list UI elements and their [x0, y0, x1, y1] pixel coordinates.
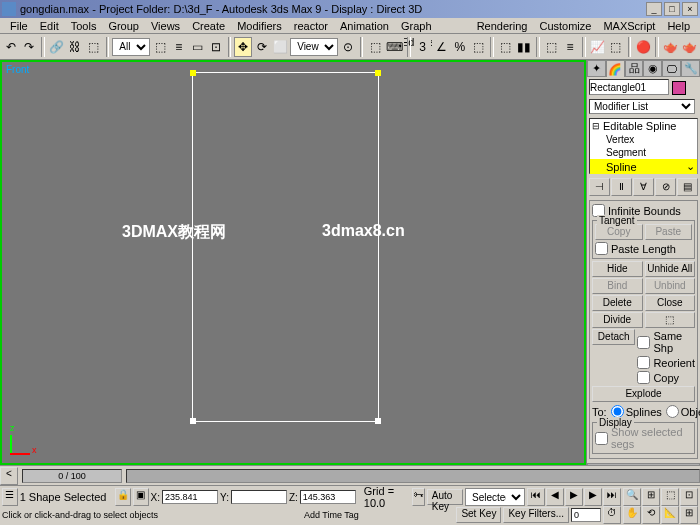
stack-sub-vertex[interactable]: Vertex [590, 133, 697, 146]
y-coord-input[interactable] [231, 490, 287, 504]
menu-edit[interactable]: Edit [34, 18, 65, 33]
select-by-name-button[interactable]: ≡ [170, 37, 188, 57]
menu-tools[interactable]: Tools [65, 18, 103, 33]
angle-snap-button[interactable]: ∠ [432, 37, 450, 57]
create-tab[interactable]: ✦ [587, 60, 606, 77]
select-region-button[interactable]: ▭ [189, 37, 207, 57]
menu-group[interactable]: Group [102, 18, 145, 33]
close-button[interactable]: × [682, 2, 698, 16]
bind-button[interactable]: Bind [592, 278, 643, 294]
unbind-button[interactable]: Unbind [645, 278, 696, 294]
add-time-tag[interactable]: Add Time Tag [304, 510, 359, 520]
auto-key-button[interactable]: Auto Key [427, 489, 463, 505]
move-button[interactable]: ✥ [234, 37, 252, 57]
modify-tab[interactable]: 🌈 [606, 60, 625, 77]
show-end-result-button[interactable]: Ⅱ [611, 178, 632, 196]
curve-editor-button[interactable]: 📈 [589, 37, 607, 57]
material-editor-button[interactable]: 🔴 [634, 37, 652, 57]
field-of-view-button[interactable]: 📐 [661, 506, 679, 524]
display-tab[interactable]: 🖵 [662, 60, 681, 77]
schematic-view-button[interactable]: ⬚ [607, 37, 625, 57]
spinner-snap-button[interactable]: ⬚ [470, 37, 488, 57]
select-button[interactable]: ⬚ [151, 37, 169, 57]
x-coord-input[interactable] [162, 490, 218, 504]
zoom-extents-button[interactable]: ⬚ [661, 488, 679, 506]
modifier-stack[interactable]: ⊟Editable Spline Vertex Segment Spline⌄ [589, 118, 698, 174]
remove-modifier-button[interactable]: ⊘ [655, 178, 676, 196]
scale-button[interactable]: ⬜ [272, 37, 290, 57]
vertex-handle[interactable] [190, 70, 196, 76]
detach-button[interactable]: Detach [592, 329, 635, 345]
stack-item-editable-spline[interactable]: ⊟Editable Spline [590, 119, 697, 133]
percent-snap-button[interactable]: % [451, 37, 469, 57]
keyboard-shortcut-button[interactable]: ⌨ [385, 37, 404, 57]
copy-tangent-button[interactable]: Copy [595, 224, 643, 240]
undo-button[interactable]: ↶ [2, 37, 20, 57]
utilities-tab[interactable]: 🔧 [681, 60, 700, 77]
hierarchy-tab[interactable]: 品 [625, 60, 644, 77]
divide-spinner[interactable]: ⬚ [645, 312, 696, 328]
track-bar[interactable] [126, 469, 700, 483]
menu-file[interactable]: File [4, 18, 34, 33]
rectangle-shape[interactable] [192, 72, 379, 422]
close-spline-button[interactable]: Close [645, 295, 696, 311]
menu-maxscript[interactable]: MAXScript [597, 18, 661, 33]
copy-checkbox[interactable] [637, 371, 650, 384]
stack-sub-segment[interactable]: Segment [590, 146, 697, 159]
menu-customize[interactable]: Customize [533, 18, 597, 33]
maximize-button[interactable]: □ [664, 2, 680, 16]
minimize-button[interactable]: _ [646, 2, 662, 16]
time-config-button[interactable]: ⏱ [603, 506, 621, 524]
menu-views[interactable]: Views [145, 18, 186, 33]
explode-button[interactable]: Explode [592, 386, 695, 402]
vertex-handle[interactable] [375, 418, 381, 424]
quick-render-button[interactable]: 🫖 [680, 37, 698, 57]
viewport-front[interactable]: Front 3DMAX教程网 3dmax8.cn z x [0, 60, 586, 465]
object-name-input[interactable] [589, 79, 669, 95]
time-slider[interactable]: 0 / 100 [22, 469, 122, 483]
make-unique-button[interactable]: ∀ [633, 178, 654, 196]
window-crossing-button[interactable]: ⊡ [207, 37, 225, 57]
z-coord-input[interactable] [300, 490, 356, 504]
menu-reactor[interactable]: reactor [288, 18, 334, 33]
delete-button[interactable]: Delete [592, 295, 643, 311]
stack-sub-spline[interactable]: Spline⌄ [590, 159, 697, 174]
next-frame-button[interactable]: ▶ [584, 488, 602, 506]
set-key-large-button[interactable]: 🗝 [412, 488, 424, 506]
configure-sets-button[interactable]: ▤ [677, 178, 698, 196]
layers-button[interactable]: ≡ [561, 37, 579, 57]
goto-end-button[interactable]: ⏭ [603, 488, 621, 506]
track-bar-toggle[interactable]: < [0, 467, 18, 485]
lock-selection-button[interactable]: 🔒 [115, 488, 131, 506]
pan-button[interactable]: ✋ [623, 506, 641, 524]
render-scene-button[interactable]: 🫖 [662, 37, 680, 57]
rotate-button[interactable]: ⟳ [253, 37, 271, 57]
same-shape-checkbox[interactable] [637, 336, 650, 349]
menu-rendering[interactable]: Rendering [471, 18, 534, 33]
key-filters-button[interactable]: Key Filters... [503, 507, 569, 523]
arc-rotate-button[interactable]: ⟲ [642, 506, 660, 524]
goto-start-button[interactable]: ⏮ [527, 488, 545, 506]
key-mode-dropdown[interactable]: Selected [465, 488, 525, 506]
pivot-button[interactable]: ⊙ [339, 37, 357, 57]
surface-properties-rollout[interactable]: Surface Properties [587, 463, 700, 465]
unhide-all-button[interactable]: Unhide All [645, 261, 696, 277]
reorient-checkbox[interactable] [637, 356, 650, 369]
menu-create[interactable]: Create [186, 18, 231, 33]
object-color-swatch[interactable] [672, 81, 686, 95]
menu-graph-editors[interactable]: Graph Editors [395, 18, 471, 33]
redo-button[interactable]: ↷ [21, 37, 39, 57]
zoom-button[interactable]: 🔍 [623, 488, 641, 506]
manipulate-button[interactable]: ⬚ [366, 37, 384, 57]
vertex-handle[interactable] [375, 70, 381, 76]
align-button[interactable]: ⬚ [543, 37, 561, 57]
motion-tab[interactable]: ◉ [643, 60, 662, 77]
bind-space-warp-button[interactable]: ⬚ [85, 37, 103, 57]
selection-filter-dropdown[interactable]: All [112, 38, 150, 56]
absolute-relative-button[interactable]: ▣ [133, 488, 149, 506]
paste-length-checkbox[interactable] [595, 242, 608, 255]
set-key-button[interactable]: Set Key [456, 507, 501, 523]
paste-tangent-button[interactable]: Paste [645, 224, 693, 240]
hide-button[interactable]: Hide [592, 261, 643, 277]
prev-frame-button[interactable]: ◀ [546, 488, 564, 506]
